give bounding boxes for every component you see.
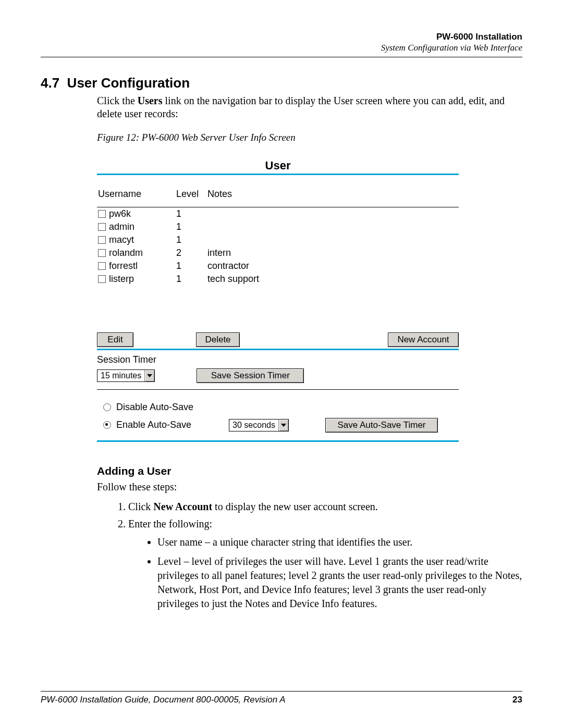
session-timer-select[interactable]: 15 minutes [97,369,155,382]
panel-title: User [97,159,459,174]
bullet-user-name: User name – a unique character string th… [157,535,522,549]
save-autosave-timer-button[interactable]: Save Auto-Save Timer [325,418,438,433]
save-session-timer-button[interactable]: Save Session Timer [197,368,304,383]
mid-cyan-rule [97,349,459,350]
section-title-text: User Configuration [67,75,190,91]
autosave-interval-select[interactable]: 30 seconds [229,419,289,431]
section-intro: Click the Users link on the navigation b… [97,94,512,120]
table-row: macyt 1 [97,233,459,246]
checkbox-icon[interactable] [98,236,106,244]
new-account-button[interactable]: New Account [388,332,459,347]
column-header-row: Username Level Notes [97,188,459,201]
page-header: PW-6000 Installation System Configuratio… [41,31,522,54]
bottom-cyan-rule [97,440,459,442]
checkbox-icon[interactable] [98,262,106,270]
checkbox-icon[interactable] [98,210,106,218]
page-footer: PW-6000 Installation Guide, Document 800… [41,691,522,705]
figure-caption: Figure 12: PW-6000 Web Server User Info … [97,132,522,143]
step-2-sublist: User name – a unique character string th… [148,535,522,611]
radio-enable-autosave[interactable] [103,421,111,429]
delete-button[interactable]: Delete [196,332,240,347]
disable-autosave-label: Disable Auto-Save [116,402,193,413]
session-timer-label: Session Timer [97,354,459,365]
header-rule [41,57,522,57]
users-link-text: Users [138,95,163,106]
header-title: PW-6000 Installation [41,31,522,42]
step-2: Enter the following: User name – a uniqu… [128,517,522,611]
header-subtitle: System Configuration via Web Interface [41,42,522,53]
col-notes: Notes [207,189,459,200]
table-row: forrestl 1 contractor [97,260,459,273]
col-username: Username [97,189,176,200]
checkbox-icon[interactable] [98,275,106,283]
chevron-down-icon [144,370,154,381]
checkbox-icon[interactable] [98,223,106,231]
user-panel: User Username Level Notes pw6k 1 admin 1… [97,159,459,442]
button-row: Edit Delete New Account [97,332,459,347]
table-row: admin 1 [97,220,459,233]
radio-disable-autosave[interactable] [103,403,111,411]
session-divider [97,389,459,390]
bullet-level: Level – level of privileges the user wil… [157,554,522,611]
page-number: 23 [512,695,522,705]
enable-autosave-label: Enable Auto-Save [116,419,191,430]
footer-left: PW-6000 Installation Guide, Document 800… [41,695,286,705]
table-row: rolandm 2 intern [97,246,459,260]
table-row: listerp 1 tech support [97,273,459,286]
footer-rule [41,691,522,692]
adding-user-heading: Adding a User [97,465,522,477]
step-1: Click New Account to display the new use… [128,500,522,514]
autosave-block: Disable Auto-Save Enable Auto-Save 30 se… [97,399,459,440]
checkbox-icon[interactable] [98,249,106,257]
section-number: 4.7 [41,75,59,91]
section-heading: 4.7 User Configuration [41,75,522,91]
adding-user-intro: Follow these steps: [97,480,522,493]
table-row: pw6k 1 [97,207,459,220]
chevron-down-icon [278,419,288,431]
edit-button[interactable]: Edit [97,332,133,347]
steps-list: Click New Account to display the new use… [114,500,522,611]
panel-top-rule [97,174,459,175]
col-level: Level [176,189,207,200]
